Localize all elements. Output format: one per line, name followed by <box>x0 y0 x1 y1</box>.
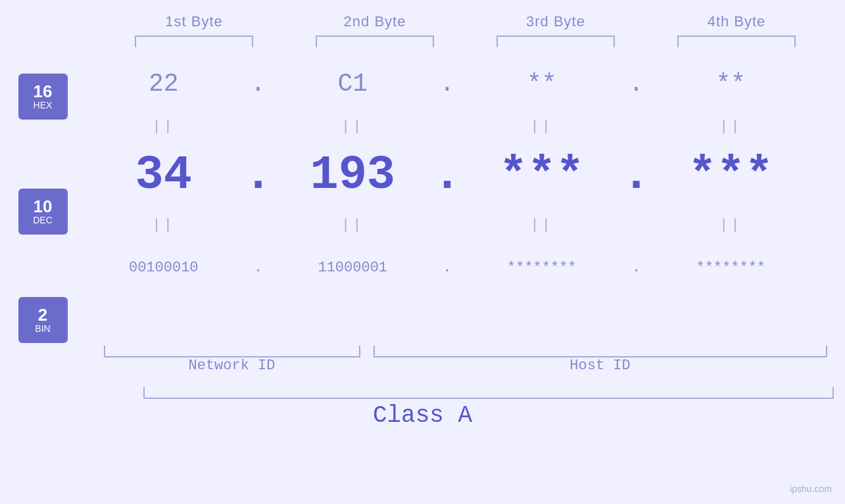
bin-b3: ******** <box>507 260 577 276</box>
equals-2-b3: || <box>464 212 620 238</box>
hex-b3: ** <box>527 70 557 98</box>
byte4-header: 4th Byte <box>646 13 827 30</box>
class-label: Class A <box>373 402 472 429</box>
hex-b1: 22 <box>149 70 179 98</box>
byte1-header: 1st Byte <box>104 13 285 30</box>
bin-b4: ******** <box>696 260 765 276</box>
dec-dot3: . <box>622 149 650 202</box>
hex-dot2: . <box>440 70 455 98</box>
equals-1-b3: || <box>464 113 620 139</box>
bin-label: BIN <box>35 323 50 334</box>
equals-1-b2: || <box>275 113 431 139</box>
byte3-header: 3rd Byte <box>466 13 646 30</box>
dec-label: DEC <box>33 215 53 226</box>
hex-dot1: . <box>251 70 266 98</box>
bracket-top-3 <box>496 35 615 47</box>
bin-dot1: . <box>254 260 262 276</box>
bin-number: 2 <box>38 306 47 323</box>
hex-dot3: . <box>629 70 644 98</box>
equals-2-b2: || <box>275 212 431 238</box>
hex-number: 16 <box>34 83 53 100</box>
equals-1-b1: || <box>85 113 242 139</box>
bin-dot2: . <box>443 260 451 276</box>
dec-badge: 10 DEC <box>18 189 68 235</box>
equals-2-b4: || <box>653 212 809 238</box>
equals-1-b4: || <box>653 113 809 139</box>
bracket-top-2 <box>316 35 434 47</box>
dec-b3: *** <box>499 149 585 202</box>
bracket-bottom-class <box>143 387 834 399</box>
bin-dot3: . <box>632 260 640 276</box>
watermark: ipshu.com <box>790 484 832 494</box>
bin-b2: 11000001 <box>318 260 387 276</box>
hex-badge: 16 HEX <box>18 74 68 120</box>
bin-badge: 2 BIN <box>18 297 68 343</box>
hex-label: HEX <box>34 100 53 111</box>
dec-dot2: . <box>433 149 461 202</box>
bracket-top-1 <box>135 35 253 47</box>
equals-2-b1: || <box>85 212 242 238</box>
dec-dot1: . <box>244 149 272 202</box>
byte2-header: 2nd Byte <box>285 13 466 30</box>
dec-b4: *** <box>688 149 773 202</box>
dec-b2: 193 <box>310 149 395 202</box>
hex-b4: ** <box>715 70 746 98</box>
bin-b1: 00100010 <box>129 260 199 276</box>
network-id-label: Network ID <box>104 357 360 374</box>
bracket-bottom-network <box>104 346 360 357</box>
bracket-bottom-host <box>374 346 827 357</box>
bracket-top-4 <box>677 35 796 47</box>
hex-b2: C1 <box>337 70 368 98</box>
dec-number: 10 <box>34 198 53 215</box>
host-id-label: Host ID <box>374 357 827 374</box>
dec-b1: 34 <box>135 149 192 202</box>
